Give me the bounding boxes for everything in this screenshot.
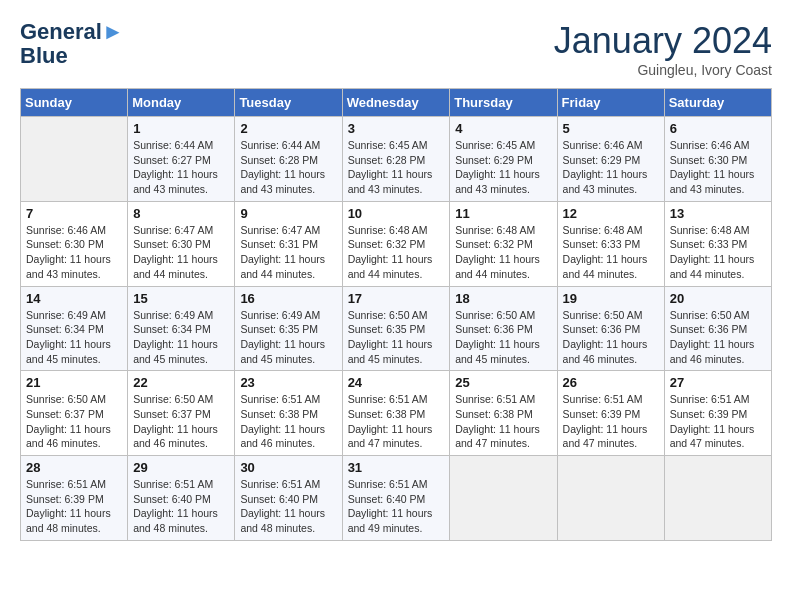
calendar-cell: 8Sunrise: 6:47 AMSunset: 6:30 PMDaylight… [128,201,235,286]
calendar-cell: 27Sunrise: 6:51 AMSunset: 6:39 PMDayligh… [664,371,771,456]
day-header: Saturday [664,89,771,117]
calendar-cell: 5Sunrise: 6:46 AMSunset: 6:29 PMDaylight… [557,117,664,202]
day-number: 8 [133,206,229,221]
day-number: 15 [133,291,229,306]
day-number: 29 [133,460,229,475]
day-number: 4 [455,121,551,136]
day-number: 23 [240,375,336,390]
calendar-cell: 18Sunrise: 6:50 AMSunset: 6:36 PMDayligh… [450,286,557,371]
day-header: Friday [557,89,664,117]
day-info: Sunrise: 6:47 AMSunset: 6:30 PMDaylight:… [133,223,229,282]
day-number: 21 [26,375,122,390]
day-info: Sunrise: 6:51 AMSunset: 6:39 PMDaylight:… [26,477,122,536]
day-info: Sunrise: 6:44 AMSunset: 6:27 PMDaylight:… [133,138,229,197]
day-info: Sunrise: 6:50 AMSunset: 6:37 PMDaylight:… [26,392,122,451]
calendar-cell: 28Sunrise: 6:51 AMSunset: 6:39 PMDayligh… [21,456,128,541]
day-number: 10 [348,206,445,221]
day-number: 25 [455,375,551,390]
calendar-cell: 4Sunrise: 6:45 AMSunset: 6:29 PMDaylight… [450,117,557,202]
day-number: 18 [455,291,551,306]
day-info: Sunrise: 6:48 AMSunset: 6:32 PMDaylight:… [348,223,445,282]
calendar-week: 21Sunrise: 6:50 AMSunset: 6:37 PMDayligh… [21,371,772,456]
calendar-cell: 9Sunrise: 6:47 AMSunset: 6:31 PMDaylight… [235,201,342,286]
day-number: 13 [670,206,766,221]
header-row: SundayMondayTuesdayWednesdayThursdayFrid… [21,89,772,117]
day-info: Sunrise: 6:49 AMSunset: 6:35 PMDaylight:… [240,308,336,367]
calendar-cell: 31Sunrise: 6:51 AMSunset: 6:40 PMDayligh… [342,456,450,541]
day-number: 12 [563,206,659,221]
day-info: Sunrise: 6:46 AMSunset: 6:30 PMDaylight:… [26,223,122,282]
day-header: Sunday [21,89,128,117]
day-info: Sunrise: 6:50 AMSunset: 6:37 PMDaylight:… [133,392,229,451]
day-number: 24 [348,375,445,390]
calendar-cell [557,456,664,541]
calendar-cell: 7Sunrise: 6:46 AMSunset: 6:30 PMDaylight… [21,201,128,286]
calendar-cell: 22Sunrise: 6:50 AMSunset: 6:37 PMDayligh… [128,371,235,456]
day-info: Sunrise: 6:47 AMSunset: 6:31 PMDaylight:… [240,223,336,282]
day-info: Sunrise: 6:49 AMSunset: 6:34 PMDaylight:… [133,308,229,367]
logo-text: General►Blue [20,20,124,68]
day-number: 3 [348,121,445,136]
calendar-cell: 19Sunrise: 6:50 AMSunset: 6:36 PMDayligh… [557,286,664,371]
day-header: Wednesday [342,89,450,117]
day-info: Sunrise: 6:45 AMSunset: 6:28 PMDaylight:… [348,138,445,197]
day-number: 31 [348,460,445,475]
day-info: Sunrise: 6:48 AMSunset: 6:33 PMDaylight:… [563,223,659,282]
calendar-cell [664,456,771,541]
day-info: Sunrise: 6:48 AMSunset: 6:33 PMDaylight:… [670,223,766,282]
calendar-cell [450,456,557,541]
calendar-cell: 30Sunrise: 6:51 AMSunset: 6:40 PMDayligh… [235,456,342,541]
day-number: 26 [563,375,659,390]
day-info: Sunrise: 6:51 AMSunset: 6:38 PMDaylight:… [240,392,336,451]
day-number: 17 [348,291,445,306]
calendar-cell: 12Sunrise: 6:48 AMSunset: 6:33 PMDayligh… [557,201,664,286]
day-number: 5 [563,121,659,136]
title-block: January 2024 Guingleu, Ivory Coast [554,20,772,78]
day-number: 16 [240,291,336,306]
calendar-cell: 6Sunrise: 6:46 AMSunset: 6:30 PMDaylight… [664,117,771,202]
day-number: 20 [670,291,766,306]
day-info: Sunrise: 6:51 AMSunset: 6:40 PMDaylight:… [133,477,229,536]
day-number: 9 [240,206,336,221]
day-info: Sunrise: 6:51 AMSunset: 6:38 PMDaylight:… [455,392,551,451]
calendar-week: 28Sunrise: 6:51 AMSunset: 6:39 PMDayligh… [21,456,772,541]
day-number: 19 [563,291,659,306]
day-info: Sunrise: 6:46 AMSunset: 6:29 PMDaylight:… [563,138,659,197]
calendar-cell: 26Sunrise: 6:51 AMSunset: 6:39 PMDayligh… [557,371,664,456]
calendar-cell: 10Sunrise: 6:48 AMSunset: 6:32 PMDayligh… [342,201,450,286]
calendar-cell: 17Sunrise: 6:50 AMSunset: 6:35 PMDayligh… [342,286,450,371]
day-info: Sunrise: 6:51 AMSunset: 6:40 PMDaylight:… [348,477,445,536]
calendar-table: SundayMondayTuesdayWednesdayThursdayFrid… [20,88,772,541]
calendar-cell [21,117,128,202]
day-number: 7 [26,206,122,221]
calendar-cell: 24Sunrise: 6:51 AMSunset: 6:38 PMDayligh… [342,371,450,456]
calendar-cell: 3Sunrise: 6:45 AMSunset: 6:28 PMDaylight… [342,117,450,202]
day-number: 11 [455,206,551,221]
day-header: Monday [128,89,235,117]
day-info: Sunrise: 6:46 AMSunset: 6:30 PMDaylight:… [670,138,766,197]
day-info: Sunrise: 6:45 AMSunset: 6:29 PMDaylight:… [455,138,551,197]
day-number: 1 [133,121,229,136]
day-info: Sunrise: 6:51 AMSunset: 6:39 PMDaylight:… [563,392,659,451]
day-info: Sunrise: 6:50 AMSunset: 6:36 PMDaylight:… [670,308,766,367]
day-number: 22 [133,375,229,390]
day-number: 28 [26,460,122,475]
calendar-cell: 20Sunrise: 6:50 AMSunset: 6:36 PMDayligh… [664,286,771,371]
calendar-week: 1Sunrise: 6:44 AMSunset: 6:27 PMDaylight… [21,117,772,202]
day-info: Sunrise: 6:51 AMSunset: 6:39 PMDaylight:… [670,392,766,451]
day-info: Sunrise: 6:50 AMSunset: 6:36 PMDaylight:… [563,308,659,367]
calendar-cell: 21Sunrise: 6:50 AMSunset: 6:37 PMDayligh… [21,371,128,456]
calendar-week: 14Sunrise: 6:49 AMSunset: 6:34 PMDayligh… [21,286,772,371]
calendar-cell: 11Sunrise: 6:48 AMSunset: 6:32 PMDayligh… [450,201,557,286]
day-info: Sunrise: 6:50 AMSunset: 6:35 PMDaylight:… [348,308,445,367]
calendar-cell: 16Sunrise: 6:49 AMSunset: 6:35 PMDayligh… [235,286,342,371]
day-info: Sunrise: 6:51 AMSunset: 6:38 PMDaylight:… [348,392,445,451]
day-info: Sunrise: 6:51 AMSunset: 6:40 PMDaylight:… [240,477,336,536]
calendar-cell: 23Sunrise: 6:51 AMSunset: 6:38 PMDayligh… [235,371,342,456]
logo: General►Blue [20,20,124,68]
calendar-cell: 25Sunrise: 6:51 AMSunset: 6:38 PMDayligh… [450,371,557,456]
page-header: General►Blue January 2024 Guingleu, Ivor… [20,20,772,78]
day-header: Tuesday [235,89,342,117]
calendar-week: 7Sunrise: 6:46 AMSunset: 6:30 PMDaylight… [21,201,772,286]
day-info: Sunrise: 6:49 AMSunset: 6:34 PMDaylight:… [26,308,122,367]
